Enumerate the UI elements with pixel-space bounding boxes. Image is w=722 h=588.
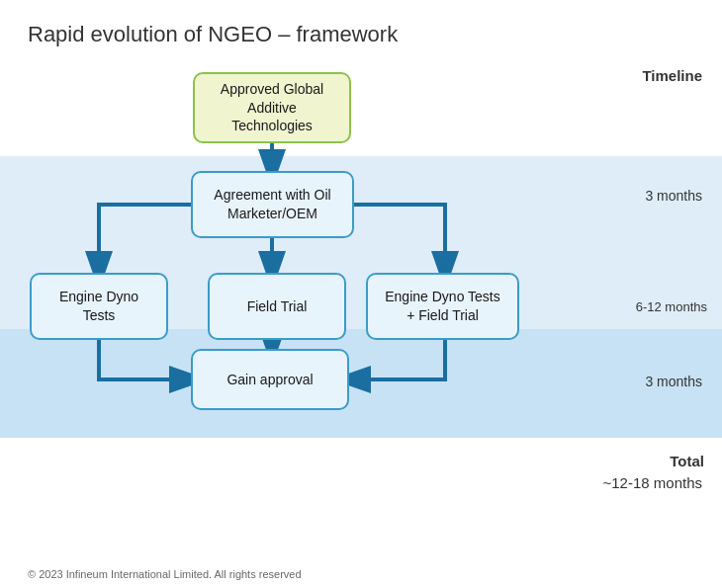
timeline-band2-label: 6-12 months (636, 299, 707, 314)
band-bottom (0, 329, 722, 438)
agreement-box: Agreement with Oil Marketer/OEM (191, 171, 354, 238)
diagram-container: Timeline 3 months 6-12 months 3 months T… (0, 57, 722, 542)
timeline-total-label: Total (670, 453, 704, 469)
timeline-band1-label: 3 months (645, 188, 702, 204)
gain-approval-box: Gain approval (191, 349, 349, 410)
band-top (0, 57, 722, 156)
page-title: Rapid evolution of NGEO – framework (0, 0, 722, 57)
timeline-total-value: ~12-18 months (603, 474, 702, 491)
approved-box: Approved Global Additive Technologies (193, 72, 351, 143)
dyno2-box: Engine Dyno Tests + Field Trial (366, 273, 519, 340)
field-trial-box: Field Trial (208, 273, 346, 340)
footer-copyright: © 2023 Infineum International Limited. A… (28, 568, 302, 580)
dyno1-box: Engine Dyno Tests (30, 273, 168, 340)
timeline-header: Timeline (642, 67, 702, 84)
timeline-band3-label: 3 months (645, 374, 702, 389)
